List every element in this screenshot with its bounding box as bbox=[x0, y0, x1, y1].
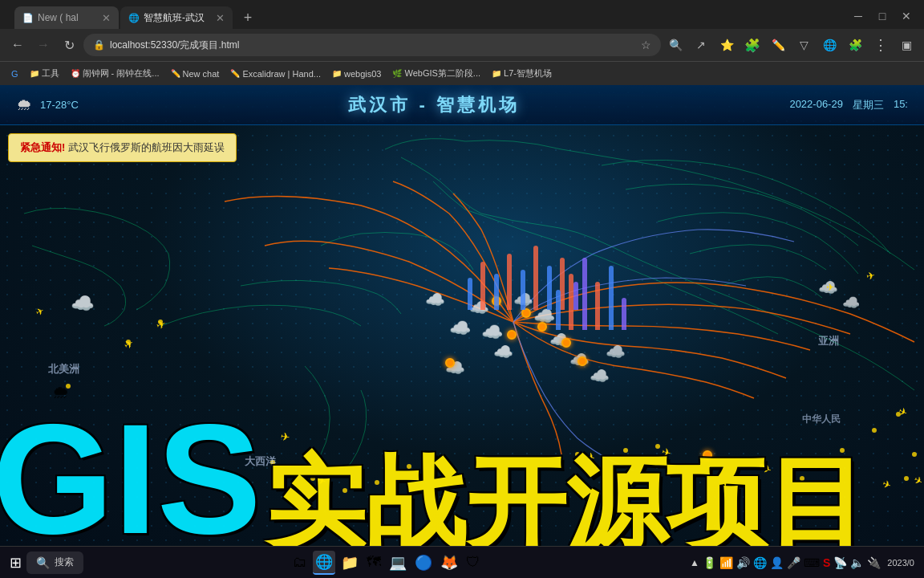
tab-close-2[interactable]: ✕ bbox=[216, 12, 225, 24]
dot-3 bbox=[507, 330, 517, 340]
plane-9: ✈ bbox=[826, 282, 834, 293]
refresh-button[interactable]: ↻ bbox=[58, 34, 80, 56]
tray-up-arrow[interactable]: ▲ bbox=[690, 557, 699, 568]
bookmark-star[interactable]: ☆ bbox=[641, 39, 651, 51]
filter-icon[interactable]: ▽ bbox=[792, 34, 815, 56]
bookmark-l7[interactable]: 📁 L7-智慧机场 bbox=[487, 66, 557, 81]
cloud-2: 🌧 bbox=[52, 382, 70, 403]
tray-battery[interactable]: 🔋 bbox=[703, 556, 716, 569]
tray-s[interactable]: S bbox=[823, 556, 830, 569]
extensions-icon[interactable]: 🧩 bbox=[741, 34, 764, 56]
emergency-label: 紧急通知! bbox=[20, 141, 65, 153]
taskbar-explorer[interactable]: 📁 bbox=[338, 552, 361, 574]
cloud-6: ☁️ bbox=[481, 322, 503, 343]
header-title: 武汉市 - 智慧机场 bbox=[348, 93, 520, 117]
taskbar-file-manager[interactable]: 🗂 bbox=[290, 552, 310, 573]
cloud-1: ☁️ bbox=[71, 292, 95, 315]
cloud-13: ☁️ bbox=[590, 366, 610, 385]
browser-icon[interactable]: 🌐 bbox=[818, 34, 841, 56]
weather-icon: 🌧 bbox=[16, 96, 32, 114]
address-bar[interactable]: 🔒 localhost:52330/完成项目.html ☆ bbox=[83, 34, 661, 56]
search-taskbar-icon: 🔍 bbox=[36, 556, 50, 569]
tray-battery2[interactable]: 🔌 bbox=[867, 556, 881, 569]
tab-favicon-2: 🌐 bbox=[128, 13, 140, 23]
tray-network[interactable]: 📶 bbox=[719, 556, 733, 569]
date-text: 2022-06-29 bbox=[789, 98, 843, 112]
taskbar-center: 🗂 🌐 📁 🗺 💻 🔵 🦊 🛡 bbox=[290, 551, 483, 575]
taskbar-time-text: 2023/0 bbox=[887, 558, 914, 568]
bookmark-excalidraw[interactable]: ✏️ Excalidraw | Hand... bbox=[225, 67, 326, 80]
tab-favicon-1: 📄 bbox=[22, 13, 34, 23]
address-bar-row: ← → ↻ 🔒 localhost:52330/完成项目.html ☆ 🔍 ↗ … bbox=[0, 29, 924, 61]
label-north-america: 北美洲 bbox=[48, 362, 79, 377]
plane-10: ✈ bbox=[865, 269, 876, 283]
time-text: 15: bbox=[894, 98, 908, 112]
taskbar-left: ⊞ 🔍 搜索 bbox=[6, 551, 83, 575]
label-asia: 亚洲 bbox=[818, 334, 839, 348]
tray-keyboard[interactable]: ⌨ bbox=[804, 556, 820, 569]
tray-mic[interactable]: 🎤 bbox=[787, 556, 800, 569]
dot-7 bbox=[578, 356, 587, 366]
bookmark-clock[interactable]: ⏰ 闹钟网 - 闹钟在线... bbox=[66, 66, 164, 81]
dot-4 bbox=[537, 322, 547, 332]
back-button[interactable]: ← bbox=[6, 34, 29, 56]
bookmark-newchat[interactable]: ✏️ New chat bbox=[166, 67, 225, 80]
cloud-4: ☁️ bbox=[449, 318, 471, 339]
bookmark-tools[interactable]: 📁 工具 bbox=[25, 66, 64, 81]
new-tab-button[interactable]: + bbox=[236, 6, 260, 29]
taskbar-right: ▲ 🔋 📶 🔊 🌐 👤 🎤 ⌨ S 📡 🔈 🔌 2023/0 bbox=[690, 556, 918, 569]
search-taskbar-label: 搜索 bbox=[55, 556, 74, 569]
tray-speaker[interactable]: 🔊 bbox=[736, 556, 750, 569]
star-icon[interactable]: ⭐ bbox=[715, 34, 738, 56]
tab-inactive[interactable]: 📄 New ( hal ✕ bbox=[14, 6, 119, 29]
secure-icon: 🔒 bbox=[93, 39, 105, 51]
tab-label-1: New ( hal bbox=[38, 12, 98, 23]
start-button[interactable]: ⊞ bbox=[6, 551, 25, 575]
sidebar-toggle[interactable]: ▣ bbox=[895, 34, 918, 56]
tab-label-2: 智慧航班-武汉 bbox=[144, 11, 212, 25]
tray-ime[interactable]: 🌐 bbox=[753, 556, 767, 569]
weekday-text: 星期三 bbox=[853, 98, 884, 112]
dot-6 bbox=[445, 358, 455, 368]
bookmark-webgis03[interactable]: 📁 webgis03 bbox=[327, 67, 386, 80]
taskbar-maps[interactable]: 🗺 bbox=[364, 552, 383, 573]
close-button[interactable]: ✕ bbox=[895, 6, 918, 26]
cloud-14: ☁️ bbox=[606, 342, 626, 361]
header-left: 🌧 17-28°C bbox=[16, 96, 79, 114]
bookmark-webgis2[interactable]: 🌿 WebGIS第二阶段... bbox=[387, 66, 485, 81]
taskbar-chrome[interactable]: 🌐 bbox=[313, 551, 335, 575]
taskbar-shield[interactable]: 🛡 bbox=[464, 552, 483, 573]
menu-icon[interactable]: ⋮ bbox=[869, 34, 892, 56]
label-atlantic: 大西洋 bbox=[245, 454, 276, 469]
cloud-3: ☁️ bbox=[425, 290, 445, 309]
address-text: localhost:52330/完成项目.html bbox=[110, 39, 636, 52]
dot-8 bbox=[703, 450, 712, 460]
edit-icon[interactable]: ✏️ bbox=[767, 34, 789, 56]
taskbar-blue-app[interactable]: 🔵 bbox=[412, 552, 435, 574]
browser-tabs-bar: 📄 New ( hal ✕ 🌐 智慧航班-武汉 ✕ + ─ □ ✕ bbox=[0, 0, 924, 29]
tray-person[interactable]: 👤 bbox=[770, 556, 784, 569]
search-taskbar-button[interactable]: 🔍 搜索 bbox=[26, 552, 83, 574]
minimize-button[interactable]: ─ bbox=[847, 6, 869, 26]
tab-active[interactable]: 🌐 智慧航班-武汉 ✕ bbox=[120, 6, 233, 29]
search-toolbar-icon[interactable]: 🔍 bbox=[664, 34, 687, 56]
puzzle-icon[interactable]: 🧩 bbox=[844, 34, 866, 56]
taskbar-clock[interactable]: 2023/0 bbox=[884, 558, 918, 568]
main-content: 🌧 17-28°C 武汉市 - 智慧机场 2022-06-29 星期三 15: … bbox=[0, 85, 924, 546]
tray-wifi[interactable]: 📡 bbox=[833, 556, 847, 569]
taskbar-edge[interactable]: 🦊 bbox=[438, 552, 460, 574]
cursor-area bbox=[485, 278, 492, 284]
header-right: 2022-06-29 星期三 15: bbox=[789, 98, 908, 112]
bookmark-google[interactable]: G bbox=[6, 67, 23, 80]
browser-chrome: 📄 New ( hal ✕ 🌐 智慧航班-武汉 ✕ + ─ □ ✕ ← → ↻ … bbox=[0, 0, 924, 85]
bookmarks-bar: G 📁 工具 ⏰ 闹钟网 - 闹钟在线... ✏️ New chat ✏️ Ex… bbox=[0, 61, 924, 85]
cloud-16: ☁️ bbox=[842, 294, 860, 311]
tab-close-1[interactable]: ✕ bbox=[102, 12, 111, 24]
maximize-button[interactable]: □ bbox=[871, 6, 894, 26]
tray-vol[interactable]: 🔈 bbox=[850, 556, 864, 569]
taskbar-vs[interactable]: 💻 bbox=[387, 552, 409, 574]
share-icon[interactable]: ↗ bbox=[690, 34, 712, 56]
temperature-text: 17-28°C bbox=[40, 99, 79, 111]
dot-5 bbox=[561, 338, 571, 348]
forward-button[interactable]: → bbox=[32, 34, 55, 56]
